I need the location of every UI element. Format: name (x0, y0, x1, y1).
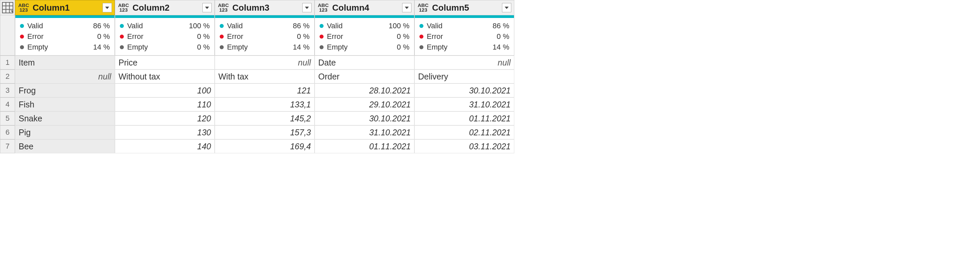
table-cell[interactable]: 31.10.2021 (315, 125, 414, 139)
error-dot-icon (120, 35, 124, 39)
valid-percent: 86 % (93, 21, 110, 31)
empty-percent: 14 % (293, 42, 310, 52)
empty-label: Empty (27, 42, 48, 52)
table-cell[interactable]: Frog (15, 84, 115, 97)
table-cell[interactable]: Delivery (414, 70, 514, 84)
table-cell[interactable]: 30.10.2021 (414, 84, 514, 97)
column-filter-dropdown[interactable] (302, 3, 312, 12)
datatype-icon[interactable]: ABC123 (318, 3, 329, 12)
column-quality-stats: Valid100 %Error0 %Empty0 % (315, 18, 414, 55)
table-cell[interactable]: 169,4 (215, 139, 315, 153)
table-cell[interactable]: 31.10.2021 (414, 97, 514, 111)
column-header[interactable]: ABC123Column4 (315, 0, 414, 15)
empty-dot-icon (320, 45, 323, 49)
table-cell[interactable]: null (414, 55, 514, 70)
datatype-icon[interactable]: ABC123 (417, 3, 429, 12)
table-cell[interactable]: Price (115, 55, 215, 70)
error-dot-icon (20, 35, 24, 39)
valid-percent: 86 % (293, 21, 310, 31)
column-filter-dropdown[interactable] (202, 3, 212, 12)
table-cell[interactable]: 157,3 (215, 125, 315, 139)
empty-percent: 14 % (493, 42, 509, 52)
row-number[interactable]: 7 (0, 139, 15, 153)
table-cell[interactable]: 140 (115, 139, 215, 153)
column-quality-bar (414, 15, 514, 18)
spacer (0, 15, 15, 18)
error-label: Error (27, 31, 44, 42)
empty-dot-icon (220, 45, 224, 49)
column-quality-bar (115, 15, 215, 18)
error-percent: 0 % (497, 31, 509, 42)
table-cell[interactable]: Date (315, 55, 414, 70)
table-cell[interactable]: 100 (115, 84, 215, 97)
column-quality-bar (215, 15, 315, 18)
row-number[interactable]: 4 (0, 97, 15, 111)
valid-percent: 100 % (189, 21, 210, 31)
error-percent: 0 % (297, 31, 310, 42)
table-cell[interactable]: Without tax (115, 70, 215, 84)
column-name[interactable]: Column3 (232, 3, 302, 13)
empty-percent: 0 % (397, 42, 409, 52)
table-cell[interactable]: 29.10.2021 (315, 97, 414, 111)
empty-label: Empty (427, 42, 447, 52)
valid-label: Valid (327, 21, 342, 31)
column-filter-dropdown[interactable] (103, 3, 112, 12)
valid-label: Valid (127, 21, 143, 31)
table-cell[interactable]: null (15, 70, 115, 84)
table-cell[interactable]: 110 (115, 97, 215, 111)
column-name[interactable]: Column4 (332, 3, 402, 13)
table-cell[interactable]: 130 (115, 125, 215, 139)
table-cell[interactable]: 03.11.2021 (414, 139, 514, 153)
row-number[interactable]: 6 (0, 125, 15, 139)
column-name[interactable]: Column1 (33, 3, 103, 13)
column-name[interactable]: Column5 (432, 3, 502, 13)
table-cell[interactable]: null (215, 55, 315, 70)
spacer (0, 18, 15, 55)
table-cell[interactable]: Order (315, 70, 414, 84)
error-dot-icon (220, 35, 224, 39)
empty-dot-icon (419, 45, 423, 49)
datatype-icon[interactable]: ABC123 (118, 3, 129, 12)
column-filter-dropdown[interactable] (402, 3, 412, 12)
table-cell[interactable]: 121 (215, 84, 315, 97)
table-cell[interactable]: 28.10.2021 (315, 84, 414, 97)
datatype-icon[interactable]: ABC123 (218, 3, 229, 12)
column-header[interactable]: ABC123Column1 (15, 0, 115, 15)
valid-dot-icon (120, 24, 124, 28)
table-cell[interactable]: Fish (15, 97, 115, 111)
table-cell[interactable]: 02.11.2021 (414, 125, 514, 139)
table-cell[interactable]: With tax (215, 70, 315, 84)
error-dot-icon (419, 35, 423, 39)
table-cell[interactable]: 01.11.2021 (315, 139, 414, 153)
svg-marker-8 (305, 7, 309, 9)
svg-marker-6 (105, 7, 109, 9)
table-cell[interactable]: Snake (15, 111, 115, 125)
empty-dot-icon (120, 45, 124, 49)
row-number[interactable]: 1 (0, 55, 15, 70)
column-name[interactable]: Column2 (132, 3, 202, 13)
error-percent: 0 % (397, 31, 409, 42)
column-quality-bar (15, 15, 115, 18)
table-cell[interactable]: 01.11.2021 (414, 111, 514, 125)
table-cell[interactable]: 145,2 (215, 111, 315, 125)
table-cell[interactable]: 133,1 (215, 97, 315, 111)
table-cell[interactable]: 120 (115, 111, 215, 125)
empty-percent: 14 % (93, 42, 110, 52)
datatype-icon[interactable]: ABC123 (18, 3, 29, 12)
row-number[interactable]: 3 (0, 84, 15, 97)
error-dot-icon (320, 35, 323, 39)
table-cell[interactable]: Pig (15, 125, 115, 139)
column-header[interactable]: ABC123Column2 (115, 0, 215, 15)
table-corner-menu[interactable] (0, 0, 15, 15)
valid-percent: 86 % (493, 21, 509, 31)
table-cell[interactable]: Bee (15, 139, 115, 153)
column-header[interactable]: ABC123Column5 (414, 0, 514, 15)
row-number[interactable]: 2 (0, 70, 15, 84)
table-cell[interactable]: 30.10.2021 (315, 111, 414, 125)
row-number[interactable]: 5 (0, 111, 15, 125)
valid-label: Valid (227, 21, 243, 31)
column-filter-dropdown[interactable] (502, 3, 511, 12)
table-cell[interactable]: Item (15, 55, 115, 70)
svg-marker-10 (504, 7, 509, 9)
column-header[interactable]: ABC123Column3 (215, 0, 315, 15)
